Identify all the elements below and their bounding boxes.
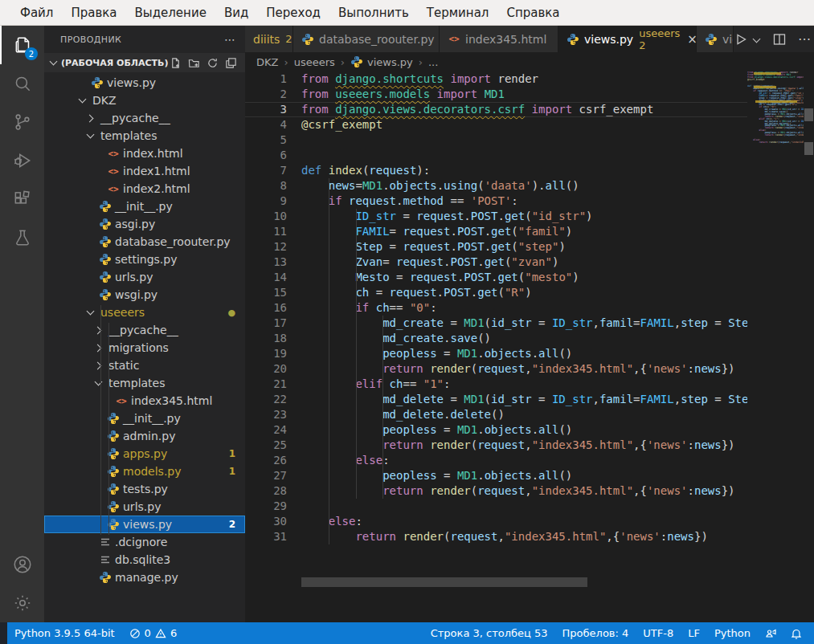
run-dropdown-chevron-icon[interactable]: [753, 35, 761, 43]
tree-item-urls.py[interactable]: urls.py: [44, 498, 245, 516]
breadcrumb-item-DKZ[interactable]: DKZ: [256, 56, 278, 68]
code-line[interactable]: Zvan= request.POST.get("zvan"): [245, 255, 747, 270]
tab-database_roouter.py[interactable]: database_roouter.py: [293, 26, 440, 52]
horizontal-scrollbar[interactable]: [301, 577, 587, 587]
code-line[interactable]: peopless = MD1.objects.all(): [245, 422, 747, 438]
code-line[interactable]: [245, 132, 747, 148]
breadcrumb-item-...[interactable]: ...: [428, 56, 438, 68]
code-line[interactable]: ID_str = request.POST.get("id_str"): [245, 209, 747, 224]
code-line[interactable]: news=MD1.objects.using('daata').all(): [245, 178, 747, 194]
code-line[interactable]: return render(request,"index345.html",{'…: [245, 483, 747, 499]
vertical-scrollbar[interactable]: [804, 71, 814, 622]
run-python-file-button[interactable]: [734, 32, 748, 47]
feedback-icon[interactable]: [758, 622, 783, 644]
tab-vie[interactable]: vie: [697, 26, 734, 52]
code-line[interactable]: elif ch== "1":: [245, 377, 747, 392]
refresh-icon[interactable]: [207, 57, 219, 69]
code-line[interactable]: md_create.save(): [245, 331, 747, 346]
settings-gear-icon[interactable]: [0, 584, 44, 622]
tree-item-urls.py[interactable]: urls.py: [44, 268, 245, 286]
code-line[interactable]: ch = request.POST.get("R"): [245, 285, 747, 300]
tree-item-migrations[interactable]: migrations: [44, 339, 245, 357]
code-line[interactable]: from useeers.models import MD1: [245, 87, 747, 102]
testing-icon[interactable]: [0, 218, 44, 257]
language-mode-status[interactable]: Python: [707, 622, 758, 644]
notifications-bell-icon[interactable]: [783, 622, 809, 644]
tree-item-db.sqlite3[interactable]: db.sqlite3: [44, 551, 245, 569]
tree-item-asgi.py[interactable]: asgi.py: [44, 215, 245, 233]
tree-item-manage.py[interactable]: manage.py: [44, 569, 245, 586]
tree-item-templates[interactable]: templates: [44, 127, 245, 145]
eol-status[interactable]: LF: [681, 622, 707, 644]
collapse-folders-icon[interactable]: [225, 57, 237, 69]
tree-item-database_roouter.py[interactable]: database_roouter.py: [44, 233, 245, 251]
source-control-icon[interactable]: [0, 103, 44, 141]
code-line[interactable]: Mesto = request.POST.get("mesto"): [245, 270, 747, 285]
tree-item-tests.py[interactable]: tests.py: [44, 480, 245, 498]
code-line[interactable]: md_create = MD1(id_str = ID_str,famil=FA…: [245, 316, 747, 331]
tree-item-index345.html[interactable]: <>index345.html: [44, 392, 245, 410]
tree-item-DKZ[interactable]: DKZ: [44, 92, 245, 109]
code-line[interactable]: [245, 148, 747, 163]
code-line[interactable]: else:: [245, 514, 747, 529]
tree-item-apps.py[interactable]: apps.py1: [44, 445, 245, 463]
code-line[interactable]: if ch== "0":: [245, 300, 747, 316]
menu-item-Выполнить[interactable]: Выполнить: [329, 0, 418, 26]
run-and-debug-icon[interactable]: [0, 141, 44, 180]
tree-item-admin.py[interactable]: admin.py: [44, 427, 245, 445]
tree-item-.dcignore[interactable]: .dcignore: [44, 533, 245, 551]
split-editor-icon[interactable]: [772, 32, 787, 47]
menu-item-Справка[interactable]: Справка: [497, 0, 568, 26]
menu-item-Правка[interactable]: Правка: [62, 0, 125, 26]
menu-item-Файл[interactable]: Файл: [11, 0, 62, 26]
tree-item-index1.html[interactable]: <>index1.html: [44, 162, 245, 180]
tab-views.py[interactable]: views.pyuseeers 2×: [558, 26, 697, 52]
remote-indicator[interactable]: [0, 622, 7, 644]
tree-item-views.py[interactable]: views.py: [44, 74, 245, 92]
code-line[interactable]: if request.method == 'POST':: [245, 194, 747, 209]
tree-item-__init__.py[interactable]: __init__.py: [44, 410, 245, 427]
code-line[interactable]: from django.shortcuts import render: [245, 71, 747, 87]
extensions-icon[interactable]: [0, 180, 44, 218]
workspace-section-header[interactable]: (РАБОЧАЯ ОБЛАСТЬ) ...: [44, 53, 245, 72]
tab-index345.html[interactable]: <>index345.html: [440, 26, 558, 52]
code-editor[interactable]: from django.shortcuts import renderfrom …: [245, 71, 814, 622]
breadcrumb-item-views.py[interactable]: views.py: [350, 55, 413, 68]
tree-item-index2.html[interactable]: <>index2.html: [44, 180, 245, 198]
new-file-icon[interactable]: [170, 57, 182, 69]
tree-item-settings.py[interactable]: settings.py: [44, 251, 245, 268]
close-icon[interactable]: ×: [687, 32, 697, 47]
encoding-status[interactable]: UTF-8: [636, 622, 681, 644]
code-line[interactable]: else:: [245, 453, 747, 468]
cursor-position-status[interactable]: Строка 3, столбец 53: [423, 622, 555, 644]
sidebar-more-icon[interactable]: ⋯: [224, 33, 235, 46]
code-line[interactable]: return render(request,"index345.html",{'…: [245, 438, 747, 453]
code-line[interactable]: peopless = MD1.objects.all(): [245, 346, 747, 361]
code-line[interactable]: peopless = MD1.objects.all(): [245, 468, 747, 483]
indentation-status[interactable]: Пробелов: 4: [555, 622, 636, 644]
tree-item-views.py[interactable]: views.py2: [44, 516, 245, 533]
code-line[interactable]: md_delete = MD1(id_str = ID_str,famil=FA…: [245, 392, 747, 407]
tree-item-__pycache__[interactable]: __pycache__: [44, 321, 245, 339]
code-line[interactable]: from django.views.decorators.csrf import…: [245, 102, 747, 117]
tree-item-index.html[interactable]: <>index.html: [44, 145, 245, 162]
problems-status[interactable]: 0 6: [122, 622, 185, 644]
tree-item-__pycache__[interactable]: __pycache__: [44, 109, 245, 127]
code-line[interactable]: return render(request,"index345.html",{'…: [245, 529, 747, 544]
more-actions-icon[interactable]: ⋯: [798, 31, 812, 47]
code-line[interactable]: def index(request):: [245, 163, 747, 178]
code-line[interactable]: @csrf_exempt: [245, 117, 747, 132]
menu-item-Переход[interactable]: Переход: [257, 0, 329, 26]
menu-item-Выделение[interactable]: Выделение: [126, 0, 215, 26]
code-line[interactable]: [245, 499, 747, 514]
code-line[interactable]: Step = request.POST.get("step"): [245, 239, 747, 255]
tree-item-__init__.py[interactable]: __init__.py: [44, 198, 245, 215]
tab-diiits[interactable]: diiits2●: [245, 26, 293, 52]
code-line[interactable]: return render(request,"index345.html",{'…: [245, 361, 747, 377]
new-folder-icon[interactable]: [188, 57, 200, 69]
tree-item-wsgi.py[interactable]: wsgi.py: [44, 286, 245, 304]
explorer-icon[interactable]: 2: [0, 26, 44, 64]
tree-item-static[interactable]: static: [44, 357, 245, 374]
menu-item-Терминал[interactable]: Терминал: [418, 0, 498, 26]
code-line[interactable]: FAMIL= request.POST.get("famil"): [245, 224, 747, 239]
